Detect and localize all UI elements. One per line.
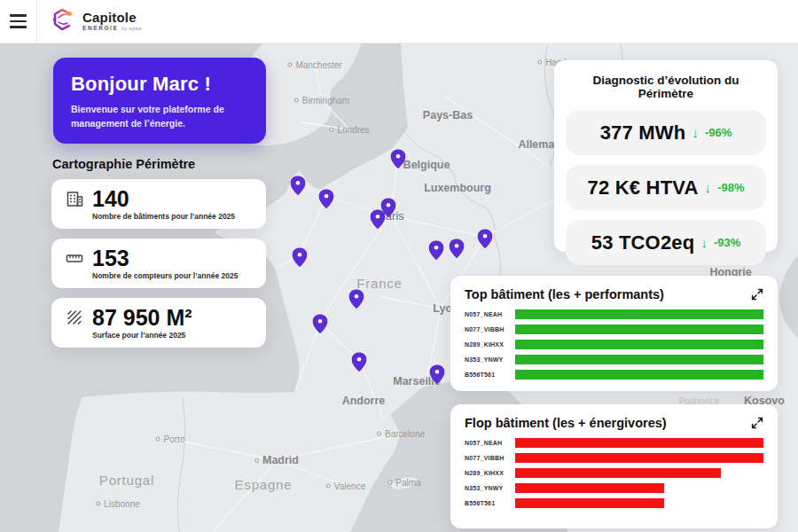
diagnostic-cost: 72 K€ HTVA ↓ -98% xyxy=(566,165,766,210)
chart-row: N077_VIBBH xyxy=(465,453,763,463)
chart-bar-area xyxy=(515,309,763,319)
chart-row-label: N077_VIBBH xyxy=(465,455,515,461)
chart-row-label: N057_NEAH xyxy=(465,440,515,446)
chart-row: N077_VIBBH xyxy=(465,325,763,334)
chart-row: N289_KIHXX xyxy=(465,468,763,478)
chart-bar-area xyxy=(515,438,763,448)
chart-row: N289_KIHXX xyxy=(465,340,763,349)
chart-bar[interactable] xyxy=(515,370,763,379)
stat-value-surface: 87 950 M² xyxy=(92,306,192,329)
logo-subtitle: ENERGIE by epsa xyxy=(82,26,142,32)
diagnostic-energy: 377 MWh ↓ -96% xyxy=(566,110,766,155)
menu-button[interactable] xyxy=(0,0,37,43)
down-arrow-icon: ↓ xyxy=(700,235,708,250)
topbar: Capitole ENERGIE by epsa xyxy=(0,0,798,43)
stat-card-meters: 153 Nombre de compteurs pour l’année 202… xyxy=(51,239,266,288)
map-pin-icon[interactable] xyxy=(450,239,465,258)
map-pin-icon[interactable] xyxy=(391,149,406,168)
building-icon xyxy=(65,189,86,212)
expand-icon[interactable] xyxy=(751,288,763,301)
stat-label-surface: Surface pour l’année 2025 xyxy=(92,331,192,340)
stat-card-surface: 87 950 M² Surface pour l’année 2025 xyxy=(51,298,266,348)
diagnostic-carbon: 53 TCO2eq ↓ -93% xyxy=(566,220,766,265)
chart-row-label: N353_YNWY xyxy=(465,485,515,491)
chart-row-label: B556T561 xyxy=(465,372,515,378)
chart-bar[interactable] xyxy=(515,438,763,448)
chart-bar[interactable] xyxy=(515,483,664,493)
map-pin-icon[interactable] xyxy=(291,176,306,195)
chart-bar-area xyxy=(515,340,763,349)
flop-chart-title: Flop bâtiment (les + énergivores) xyxy=(465,416,667,430)
diagnostic-energy-value: 377 MWh xyxy=(600,121,686,145)
map-pin-icon[interactable] xyxy=(319,189,334,208)
stat-label-buildings: Nombre de bâtiments pour l’année 2025 xyxy=(92,212,235,221)
chart-bar-area xyxy=(515,370,763,379)
chart-bar[interactable] xyxy=(515,340,763,349)
surface-icon xyxy=(65,308,86,331)
map-pin-icon[interactable] xyxy=(352,352,367,372)
dashboard-screen: ManchesterBirminghamLondresPays-BasBelgi… xyxy=(0,0,798,532)
chart-row-label: N289_KIHXX xyxy=(465,341,515,348)
diagnostic-cost-value: 72 K€ HTVA xyxy=(588,176,699,200)
diagnostic-carbon-value: 53 TCO2eq xyxy=(591,231,695,254)
diagnostic-heading: Diagnostic d’évolution du Périmètre xyxy=(566,74,766,100)
welcome-title: Bonjour Marc ! xyxy=(71,73,248,96)
chart-row: N353_YNWY xyxy=(465,483,763,493)
map-pin-icon[interactable] xyxy=(349,289,364,309)
stat-value-buildings: 140 xyxy=(92,187,235,210)
flop-chart-rows: N057_NEAHN077_VIBBHN289_KIHXXN353_YNWYB5… xyxy=(465,438,763,508)
welcome-subtitle: Bienvenue sur votre plateforme de manage… xyxy=(71,103,248,131)
chart-row: B556T561 xyxy=(465,370,763,379)
down-arrow-icon: ↓ xyxy=(705,180,712,195)
stat-card-buildings: 140 Nombre de bâtiments pour l’année 202… xyxy=(51,179,266,229)
stat-value-meters: 153 xyxy=(92,246,238,270)
chart-row-label: N057_NEAH xyxy=(465,311,515,317)
cartography-heading: Cartographie Périmètre xyxy=(52,157,195,171)
chart-row: B556T561 xyxy=(465,498,763,508)
diagnostic-cost-delta: -98% xyxy=(717,181,744,194)
chart-row: N057_NEAH xyxy=(465,309,763,319)
map-pin-icon[interactable] xyxy=(429,240,444,260)
chart-bar-area xyxy=(515,325,763,334)
chart-bar[interactable] xyxy=(515,498,664,508)
chart-bar-area xyxy=(515,498,763,508)
map-pin-icon[interactable] xyxy=(313,314,328,333)
meter-icon xyxy=(65,248,86,271)
top-chart-title: Top bâtiment (les + performants) xyxy=(465,287,664,301)
chart-row-label: B556T561 xyxy=(465,500,515,506)
app-logo[interactable]: Capitole ENERGIE by epsa xyxy=(50,7,142,35)
chart-bar[interactable] xyxy=(515,355,763,364)
chart-bar-area xyxy=(515,468,763,478)
diagnostic-energy-delta: -96% xyxy=(705,126,732,139)
chart-row: N353_YNWY xyxy=(465,355,763,364)
top-batiment-card: Top bâtiment (les + performants) N057_NE… xyxy=(450,276,778,391)
down-arrow-icon: ↓ xyxy=(692,125,699,140)
chart-row-label: N353_YNWY xyxy=(465,356,515,363)
chart-bar[interactable] xyxy=(515,309,763,319)
chart-row-label: N289_KIHXX xyxy=(465,470,515,476)
map-pin-icon[interactable] xyxy=(430,364,445,384)
expand-icon[interactable] xyxy=(751,417,763,429)
logo-title: Capitole xyxy=(82,11,142,24)
diagnostic-card: Diagnostic d’évolution du Périmètre 377 … xyxy=(554,60,778,252)
chart-bar[interactable] xyxy=(515,453,763,463)
logo-mark-icon xyxy=(50,7,76,35)
chart-row: N057_NEAH xyxy=(465,438,763,448)
map-pin-icon[interactable] xyxy=(293,247,308,267)
chart-row-label: N077_VIBBH xyxy=(465,326,515,332)
chart-bar[interactable] xyxy=(515,325,763,334)
chart-bar[interactable] xyxy=(515,468,721,478)
map-pin-icon[interactable] xyxy=(371,209,386,229)
top-chart-rows: N057_NEAHN077_VIBBHN289_KIHXXN353_YNWYB5… xyxy=(465,309,763,379)
diagnostic-carbon-delta: -93% xyxy=(714,236,740,249)
flop-batiment-card: Flop bâtiment (les + énergivores) N057_N… xyxy=(450,404,778,528)
chart-bar-area xyxy=(515,453,763,463)
welcome-card: Bonjour Marc ! Bienvenue sur votre plate… xyxy=(53,58,266,144)
stat-label-meters: Nombre de compteurs pour l’année 2025 xyxy=(92,271,238,280)
chart-bar-area xyxy=(515,483,763,493)
map-pin-icon[interactable] xyxy=(478,229,493,248)
chart-bar-area xyxy=(515,355,763,364)
